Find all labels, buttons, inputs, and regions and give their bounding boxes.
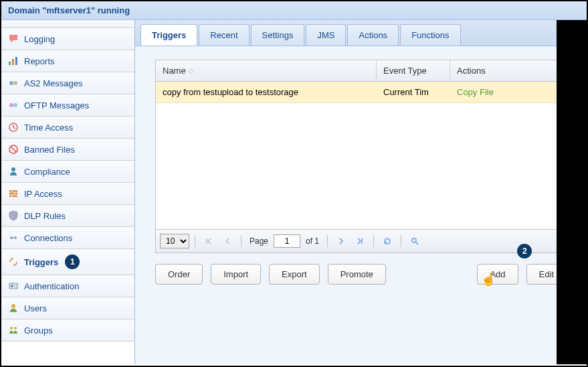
message-icon [8, 100, 19, 111]
next-page-button[interactable] [333, 234, 349, 248]
user-icon [8, 303, 19, 313]
sidebar-item-auth[interactable]: Authentication [1, 275, 134, 297]
triggers-grid: Name ◇ Event Type Actions copy from test… [155, 60, 567, 253]
person-icon [8, 166, 19, 177]
grid-body: copy from testupload to teststorage Curr… [156, 82, 566, 229]
svg-point-4 [13, 81, 17, 85]
sidebar-item-dlp[interactable]: DLP Rules [1, 205, 134, 227]
sidebar-item-logging[interactable]: Logging [1, 28, 134, 50]
sidebar-item-label: AS2 Messages [24, 78, 82, 88]
shield-icon [8, 210, 19, 221]
sidebar-item-users[interactable]: Users [1, 297, 134, 319]
svg-point-18 [412, 238, 416, 242]
sidebar-item-connections[interactable]: Connections [1, 227, 134, 249]
action-bar: Order Import Export Promote 2 Add ☝ Edit [155, 253, 567, 295]
col-header-actions[interactable]: Actions [450, 60, 566, 81]
clock-icon [8, 122, 19, 133]
tab-actions[interactable]: Actions [347, 24, 399, 46]
sidebar-item-triggers[interactable]: Triggers 1 [1, 249, 134, 275]
tab-recent[interactable]: Recent [199, 24, 249, 46]
tab-settings[interactable]: Settings [251, 24, 305, 46]
separator [195, 235, 195, 247]
sidebar-item-label: Banned Files [24, 145, 75, 155]
sidebar-item-label: OFTP Messages [24, 100, 89, 111]
torn-edge-decoration [557, 20, 588, 364]
page-of-label: of 1 [306, 236, 319, 246]
sidebar: Logging Reports AS2 Messages OFTP Messag… [1, 20, 135, 364]
sidebar-item-label: Compliance [24, 167, 70, 177]
col-header-event[interactable]: Event Type [377, 60, 450, 81]
svg-rect-10 [9, 190, 17, 197]
refresh-button[interactable] [379, 234, 395, 248]
page-size-select[interactable]: 10 [160, 234, 189, 248]
sidebar-item-as2[interactable]: AS2 Messages [1, 72, 134, 94]
message-icon [8, 78, 19, 88]
sidebar-item-groups[interactable]: Groups [1, 319, 134, 342]
sidebar-item-label: Reports [24, 56, 55, 66]
prev-page-button[interactable] [219, 234, 235, 248]
tab-triggers[interactable]: Triggers [140, 24, 197, 46]
col-header-label: Name [163, 66, 186, 76]
search-button[interactable] [407, 234, 423, 248]
cursor-hand-icon: ☝ [481, 272, 496, 287]
first-page-button[interactable] [201, 234, 217, 248]
promote-button[interactable]: Promote [328, 264, 386, 285]
firewall-icon [8, 188, 19, 199]
tab-jms[interactable]: JMS [306, 24, 346, 46]
sidebar-item-ipaccess[interactable]: IP Access [1, 183, 134, 205]
sidebar-item-truncated[interactable] [1, 20, 134, 28]
svg-point-9 [11, 167, 15, 171]
last-page-button[interactable] [352, 234, 368, 248]
tabs-row: Triggers Recent Settings JMS Actions Fun… [135, 20, 587, 46]
sidebar-item-timeaccess[interactable]: Time Access [1, 117, 134, 139]
svg-rect-2 [15, 57, 17, 65]
step-badge-2: 2 [517, 244, 532, 259]
sidebar-item-banned[interactable]: Banned Files [1, 139, 134, 161]
import-button[interactable]: Import [211, 264, 261, 285]
grid-header: Name ◇ Event Type Actions [156, 60, 566, 82]
auth-icon [8, 281, 19, 291]
table-row[interactable]: copy from testupload to teststorage Curr… [156, 82, 566, 103]
col-header-name[interactable]: Name ◇ [156, 60, 377, 81]
export-button[interactable]: Export [269, 264, 320, 285]
domain-title: Domain "mftserver1" running [8, 5, 130, 15]
banned-icon [8, 144, 19, 155]
svg-point-17 [14, 327, 17, 329]
sidebar-item-label: Logging [24, 34, 55, 44]
svg-point-15 [11, 304, 15, 308]
page-label: Page [250, 236, 268, 246]
svg-rect-0 [9, 62, 11, 65]
sidebar-item-label: Connections [24, 233, 72, 243]
domain-header: Domain "mftserver1" running [1, 1, 587, 20]
page-number-input[interactable] [274, 234, 300, 248]
sidebar-item-label: Authentication [24, 281, 79, 291]
sidebar-item-compliance[interactable]: Compliance [1, 161, 134, 183]
tab-functions[interactable]: Functions [400, 24, 460, 46]
chart-icon [8, 56, 19, 66]
separator [241, 235, 241, 247]
sidebar-item-oftp[interactable]: OFTP Messages [1, 94, 134, 117]
col-header-label: Actions [457, 66, 486, 76]
sidebar-item-label: Time Access [24, 123, 73, 133]
svg-point-16 [10, 327, 13, 329]
separator [401, 235, 401, 247]
sidebar-item-label: Triggers [24, 257, 58, 267]
svg-point-14 [11, 285, 13, 287]
separator [327, 235, 328, 247]
sidebar-item-label: Groups [24, 325, 53, 336]
svg-point-5 [9, 103, 13, 107]
sidebar-item-reports[interactable]: Reports [1, 50, 134, 72]
svg-point-6 [13, 103, 17, 107]
cell-actions: Copy File [450, 82, 566, 102]
cell-event: Current Tim [377, 82, 450, 102]
separator [373, 235, 374, 247]
speech-icon [8, 33, 19, 44]
cell-name: copy from testupload to teststorage [156, 82, 377, 102]
order-button[interactable]: Order [155, 264, 203, 285]
sidebar-item-label: DLP Rules [24, 211, 66, 221]
sort-icon: ◇ [189, 67, 194, 74]
sidebar-item-label: IP Access [24, 189, 62, 199]
svg-rect-13 [9, 283, 17, 289]
group-icon [8, 325, 19, 336]
sidebar-item-label: Users [24, 303, 47, 313]
